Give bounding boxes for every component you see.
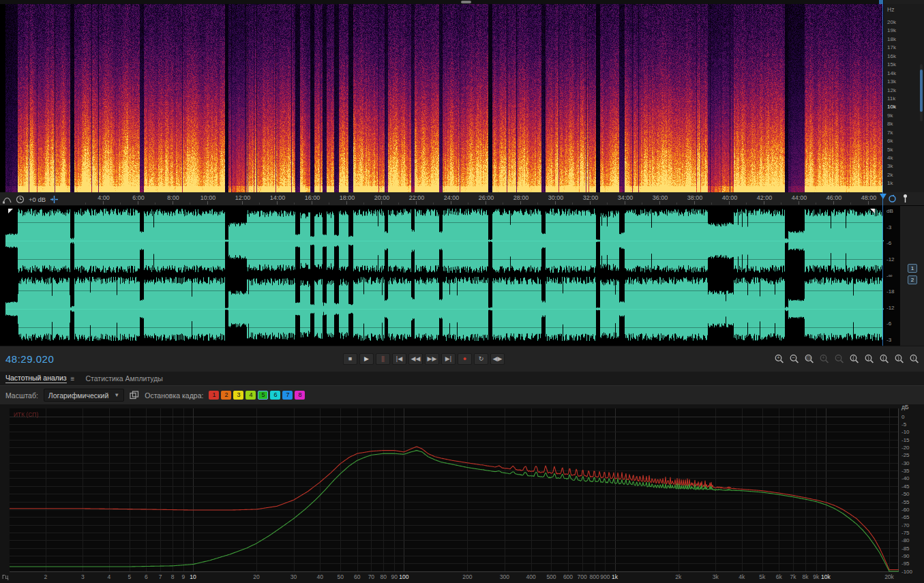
y-tick-label: -20 <box>901 445 910 451</box>
y-tick-label: -90 <box>901 553 910 559</box>
magnifier-icon: + <box>819 354 830 364</box>
go-to-start-button[interactable]: |◀ <box>392 353 406 365</box>
channel-button[interactable]: 2 <box>908 275 917 284</box>
waveform-panel[interactable] <box>0 206 884 346</box>
y-tick-label: -95 <box>901 560 910 567</box>
zoom-out-full-button[interactable]: + <box>818 353 831 364</box>
skip-selection-button[interactable]: ◀▶ <box>490 353 505 365</box>
magnifier-icon: + <box>774 354 785 364</box>
x-tick-label: 90 <box>391 573 397 580</box>
clock-icon[interactable] <box>16 195 25 204</box>
y-tick-label: 0 <box>901 414 904 420</box>
magnifier-icon: ( <box>849 354 860 364</box>
x-tick-label: 60 <box>354 573 360 580</box>
x-tick-label: 9 <box>181 573 185 580</box>
play-button[interactable]: ▶ <box>359 353 374 365</box>
x-tick-label: 10 <box>190 573 196 580</box>
frequency-label: 13k <box>887 78 910 86</box>
y-tick-label: -55 <box>901 499 910 505</box>
go-to-end-button[interactable]: ▶| <box>441 353 456 365</box>
tab-amplitude-statistics[interactable]: Статистика Амплитуды <box>80 372 168 385</box>
loop-marker-icon[interactable] <box>888 194 897 203</box>
time-label: 40:00 <box>722 194 738 201</box>
clip-gain-label[interactable]: +0 dB <box>29 196 46 203</box>
loop-playback-button[interactable]: ↻ <box>474 353 488 365</box>
timeline-ruler[interactable]: +0 dB 4:006:008:0010:0012:0014:0016:0018… <box>0 192 924 206</box>
zoom-in-left-edge-button[interactable]: ( <box>848 353 861 364</box>
frequency-label: 14k <box>887 70 910 78</box>
frequency-label: 12k <box>887 87 910 95</box>
zoom-navigator-thumb[interactable] <box>461 1 471 3</box>
hold-button[interactable]: 3 <box>233 391 243 400</box>
zoom-reset-button[interactable]: − <box>833 353 846 364</box>
panel-menu-icon[interactable]: ≡ <box>71 375 75 383</box>
magnifier-icon: ( <box>879 354 890 364</box>
x-tick-label: 600 <box>563 573 573 580</box>
svg-text:): ) <box>897 355 899 361</box>
spectrogram-display[interactable] <box>5 4 884 192</box>
x-tick-label: 70 <box>368 573 374 580</box>
pin-icon[interactable] <box>901 194 909 203</box>
tab-frequency-analysis[interactable]: Частотный анализ ≡ <box>0 372 80 385</box>
hold-button[interactable]: 1 <box>209 391 219 400</box>
scale-dropdown-value: Логарифмический <box>48 391 108 400</box>
y-tick-label: -50 <box>901 491 910 497</box>
scale-dropdown[interactable]: Логарифмический ▼ <box>44 389 124 402</box>
y-tick-label: -25 <box>901 452 910 458</box>
magnifier-icon: ↕ <box>909 354 920 364</box>
zoom-in-right-edge-button[interactable]: ) <box>863 353 876 364</box>
svg-text:+: + <box>822 355 825 361</box>
stop-button[interactable]: ■ <box>343 353 357 365</box>
zoom-out-left-edge-button[interactable]: ( <box>878 353 891 364</box>
x-tick-label: 200 <box>462 573 472 580</box>
x-tick-label: 300 <box>500 573 509 580</box>
zoom-amplitude-button[interactable]: ↕ <box>908 353 921 364</box>
hold-button[interactable]: 8 <box>295 391 305 400</box>
zoom-toolbar: + − ▭ <box>773 353 921 364</box>
hold-button[interactable]: 6 <box>270 391 280 400</box>
rewind-button[interactable]: ◀◀ <box>408 353 423 365</box>
db-label: -3 <box>884 224 900 230</box>
tab-label: Частотный анализ <box>5 374 67 383</box>
zoom-out-right-edge-button[interactable]: ) <box>893 353 906 364</box>
spectrogram-panel[interactable] <box>0 4 884 192</box>
channel-buttons: 12 <box>908 264 917 284</box>
zoom-out-button[interactable]: − <box>788 353 801 364</box>
vertical-zoom-scrollbar[interactable] <box>920 64 923 121</box>
fade-envelope-icon[interactable] <box>3 195 12 204</box>
db-label: -3 <box>884 337 900 343</box>
tab-label: Статистика Амплитуды <box>85 374 162 383</box>
waveform-display[interactable] <box>5 206 884 346</box>
playhead-line[interactable] <box>882 4 883 346</box>
copy-graph-icon[interactable] <box>130 391 139 400</box>
transport-bar: 48:29.020 ■▶|||◀◀◀▶▶▶|●↻◀▶ + <box>0 346 924 372</box>
clip-handle-right-icon[interactable] <box>870 209 875 213</box>
time-label: 16:00 <box>305 194 321 201</box>
pause-button[interactable]: || <box>376 353 390 365</box>
x-tick-label: 6k <box>776 573 782 580</box>
fast-forward-button[interactable]: ▶▶ <box>425 353 439 365</box>
record-button[interactable]: ● <box>458 353 472 365</box>
hold-button[interactable]: 5 <box>258 391 268 400</box>
hold-button[interactable]: 4 <box>245 391 256 400</box>
time-display[interactable]: 48:29.020 <box>5 353 54 365</box>
magnifier-icon: ) <box>864 354 875 364</box>
frequency-label: 6k <box>887 137 910 145</box>
channel-button[interactable]: 1 <box>908 264 917 273</box>
zoom-to-selection-button[interactable]: ▭ <box>803 353 816 364</box>
frequency-label: 18k <box>887 35 910 44</box>
hold-button[interactable]: 2 <box>221 391 231 400</box>
snap-icon[interactable] <box>50 195 59 204</box>
clip-handle-left-icon[interactable] <box>8 209 13 213</box>
frequency-label: 17k <box>887 44 910 52</box>
x-tick-label: 50 <box>337 573 343 580</box>
playhead-marker[interactable] <box>880 194 886 199</box>
zoom-in-button[interactable]: + <box>773 353 786 364</box>
time-label: 38:00 <box>687 194 703 201</box>
frequency-unit-label: Hz <box>887 6 894 13</box>
frequency-graph-plot[interactable] <box>10 408 899 572</box>
x-tick-label: 6 <box>145 573 148 580</box>
y-tick-label: -80 <box>901 537 910 543</box>
vertical-zoom-scrollbar-thumb[interactable] <box>920 70 923 112</box>
hold-button[interactable]: 7 <box>282 391 293 400</box>
